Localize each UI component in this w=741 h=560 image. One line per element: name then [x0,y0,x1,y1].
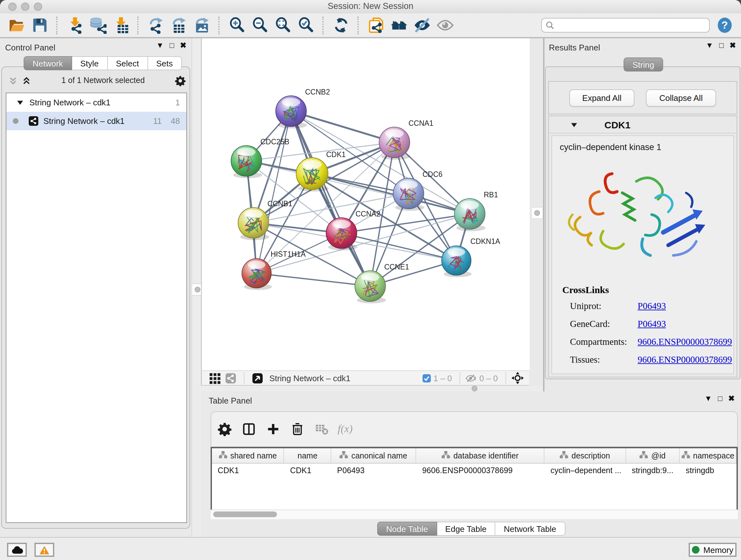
tab-node-table[interactable]: Node Table [377,522,437,536]
expand-all-icon[interactable] [22,76,31,85]
network-graph[interactable]: CCNB2CCNA1CDC25BCDK1CDC6RB1CCNB1CCNA2CDK… [202,38,530,370]
edge-CDK1-RB1[interactable] [312,174,470,214]
import-database-icon[interactable] [88,16,107,35]
undock-panel-icon[interactable]: □ [718,394,723,403]
undock-panel-icon[interactable]: □ [719,41,724,50]
column-header-database-identifier[interactable]: database identifier [416,448,545,463]
zoom-fit-icon[interactable] [273,16,292,35]
node-CCNB2[interactable] [276,96,307,128]
node-RB1[interactable] [455,199,486,231]
network-collection-row[interactable]: String Network – cdk1 1 [6,93,186,112]
float-panel-icon[interactable]: ▼ [156,41,164,50]
column-header-description[interactable]: description [545,448,626,463]
table-cell[interactable]: stringdb:9... [626,463,680,478]
first-neighbors-icon[interactable] [389,16,408,35]
open-session-icon[interactable] [7,16,26,35]
entry-header[interactable]: CDK1 [549,116,737,133]
hidden-elements-icon[interactable] [465,373,477,383]
share-network-icon[interactable] [225,372,237,384]
import-table-icon[interactable] [111,16,130,35]
search-input[interactable] [554,20,705,30]
tab-string[interactable]: String [623,57,663,71]
tab-edge-table[interactable]: Edge Table [437,522,495,536]
edge-CCNB2-CCNE1[interactable] [291,111,370,286]
horizontal-splitter-handle[interactable] [472,386,477,391]
float-panel-icon[interactable]: ▼ [706,41,714,50]
table-horizontal-scrollbar[interactable] [211,509,738,519]
table-cell[interactable]: 9606.ENSP00000378699 [416,463,545,478]
undock-panel-icon[interactable]: □ [170,41,174,50]
right-splitter-handle[interactable] [531,207,543,219]
close-panel-icon[interactable]: ✖ [180,41,186,50]
hide-graphics-details-icon[interactable] [412,16,431,35]
split-columns-icon[interactable] [242,422,256,436]
zoom-selected-icon[interactable] [296,16,315,35]
edge-CCNB2-CCNA1[interactable] [291,111,394,142]
column-header-name[interactable]: name [284,448,331,463]
grid-view-icon[interactable] [209,372,221,384]
table-cell[interactable]: P06493 [331,463,416,478]
memory-button[interactable]: Memory [689,543,737,557]
tab-network[interactable]: Network [23,56,72,70]
edge-CCNB2-HIST1H1A[interactable] [257,111,291,273]
export-network-icon[interactable] [146,16,165,35]
gear-icon[interactable] [218,422,232,436]
birds-eye-view-icon[interactable] [252,372,264,384]
collapse-all-button[interactable]: Collapse All [646,89,716,106]
float-panel-icon[interactable]: ▼ [704,394,712,403]
export-table-icon[interactable] [169,16,188,35]
crosslink-link[interactable]: 9606.ENSP00000378699 [637,354,732,365]
node-CDC6[interactable] [393,178,424,211]
search-box[interactable] [541,18,710,33]
node-CDC25B[interactable] [231,145,262,178]
column-header-canonical-name[interactable]: canonical name [331,448,416,463]
crosslink-link[interactable]: P06493 [637,372,666,374]
save-session-icon[interactable] [30,16,49,35]
node-CCNE1[interactable] [355,271,386,303]
warning-status-button[interactable] [35,543,54,557]
left-splitter[interactable] [192,38,202,537]
table-cell[interactable]: stringdb [680,463,737,478]
cloud-status-button[interactable] [7,543,27,557]
gear-icon[interactable] [175,75,186,86]
tab-sets[interactable]: Sets [148,56,182,70]
collapse-triangle-icon[interactable] [570,121,578,128]
node-CCNA2[interactable] [326,218,357,250]
import-network-icon[interactable] [65,16,84,35]
edge-HIST1H1A-CCNE1[interactable] [257,273,370,286]
clone-network-icon[interactable] [366,16,386,35]
tab-network-table[interactable]: Network Table [495,522,565,536]
node-HIST1H1A[interactable] [242,259,272,290]
help-icon[interactable]: ? [715,16,734,35]
crosslink-link[interactable]: 9606.ENSP00000378699 [637,336,732,347]
collapse-all-icon[interactable] [8,76,18,85]
network-canvas[interactable]: CCNB2CCNA1CDC25BCDK1CDC6RB1CCNB1CCNA2CDK… [201,38,530,370]
tab-select[interactable]: Select [108,56,148,70]
collapse-triangle-icon[interactable] [17,99,23,106]
node-table[interactable]: shared namenamecanonical namedatabase id… [211,447,738,518]
node-CCNA1[interactable] [379,127,410,160]
add-column-icon[interactable] [266,422,280,436]
table-cell[interactable]: cyclin–dependent ... [545,463,626,478]
refresh-view-icon[interactable] [331,16,350,35]
delete-column-icon[interactable] [290,422,305,436]
crosslink-link[interactable]: P06493 [637,300,666,311]
node-CDK1[interactable] [296,158,329,192]
close-panel-icon[interactable]: ✖ [728,394,735,403]
crosslink-link[interactable]: P06493 [637,318,666,329]
column-header-shared-name[interactable]: shared name [212,448,284,463]
table-cell[interactable]: CDK1 [212,463,284,478]
pan-crosshair-icon[interactable] [511,372,524,384]
node-CCNB1[interactable] [238,207,269,240]
close-panel-icon[interactable]: ✖ [730,41,736,50]
zoom-out-icon[interactable] [250,16,269,35]
selected-checkbox-icon[interactable] [422,374,431,382]
table-row[interactable]: CDK1CDK1P064939606.ENSP00000378699cyclin… [212,463,737,478]
node-CDKN1A[interactable] [442,246,472,277]
column-header-@id[interactable]: @id [626,448,680,463]
expand-all-button[interactable]: Expand All [569,89,634,106]
export-image-icon[interactable] [192,16,211,35]
column-header-namespace[interactable]: namespace [680,448,737,463]
network-row-selected[interactable]: String Network – cdk1 11 48 [6,112,186,130]
tab-style[interactable]: Style [72,56,108,70]
